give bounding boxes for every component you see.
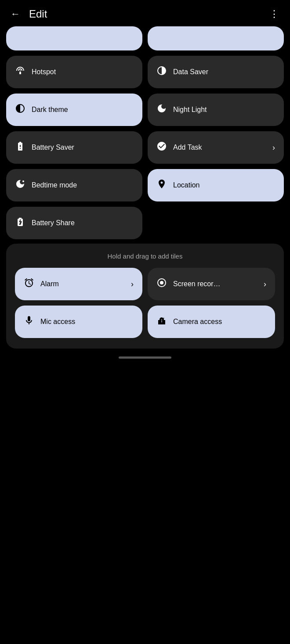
svg-point-3 [160, 281, 163, 284]
camera-access-label: Camera access [173, 318, 266, 326]
row-darktheme-nightlight: Dark theme Night Light [6, 94, 284, 126]
svg-point-1 [22, 180, 24, 182]
data-saver-label: Data Saver [173, 68, 275, 76]
home-indicator [119, 356, 171, 359]
tile-dark-theme[interactable]: Dark theme [6, 94, 142, 126]
alarm-icon [24, 277, 34, 291]
bedtime-mode-icon [15, 179, 25, 192]
tile-location[interactable]: Location [148, 169, 284, 201]
partial-tile-right [148, 26, 284, 50]
camera-icon [156, 315, 167, 328]
screen-record-label: Screen recor… [173, 280, 257, 288]
add-tiles-section: Hold and drag to add tiles Alarm › Scree… [6, 244, 284, 349]
location-label: Location [173, 181, 275, 189]
section-hint: Hold and drag to add tiles [15, 252, 275, 260]
add-task-arrow: › [272, 143, 275, 152]
tile-night-light[interactable]: Night Light [148, 94, 284, 126]
dark-theme-icon [15, 103, 25, 116]
mic-access-label: Mic access [40, 318, 134, 326]
battery-share-icon [15, 216, 25, 230]
data-saver-icon [156, 65, 167, 79]
empty-space [148, 207, 284, 239]
screen-record-icon [156, 277, 167, 291]
bottom-bar [0, 349, 290, 367]
page-title: Edit [29, 8, 47, 20]
tile-battery-saver[interactable]: Battery Saver [6, 131, 142, 164]
alarm-label: Alarm [40, 280, 125, 288]
row-batterysaver-addtask: Battery Saver Add Task › [6, 131, 284, 164]
tile-bedtime-mode[interactable]: Bedtime mode [6, 169, 142, 201]
hotspot-icon [15, 65, 25, 79]
section-row1: Alarm › Screen recor… › [15, 268, 275, 300]
bedtime-mode-label: Bedtime mode [32, 181, 134, 189]
tile-camera-access[interactable]: Camera access [148, 306, 275, 338]
partial-tile-left [6, 26, 142, 50]
battery-share-label: Battery Share [32, 219, 134, 227]
screen-record-arrow: › [264, 280, 266, 289]
tile-data-saver[interactable]: Data Saver [148, 56, 284, 88]
tile-mic-access[interactable]: Mic access [15, 306, 142, 338]
battery-saver-icon [15, 141, 25, 154]
section-row2: Mic access Camera access [15, 306, 275, 338]
night-light-label: Night Light [173, 106, 275, 114]
tile-alarm[interactable]: Alarm › [15, 268, 142, 300]
add-task-icon [156, 141, 167, 154]
tile-add-task[interactable]: Add Task › [148, 131, 284, 164]
hotspot-label: Hotspot [32, 68, 134, 76]
more-button[interactable]: ⋮ [269, 8, 279, 20]
location-icon [156, 179, 167, 192]
partial-tiles-row [6, 26, 284, 50]
mic-icon [24, 315, 34, 328]
back-button[interactable]: ← [11, 8, 20, 20]
dark-theme-label: Dark theme [32, 106, 134, 114]
header: ← Edit ⋮ [0, 0, 290, 26]
header-left: ← Edit [11, 8, 47, 20]
night-light-icon [156, 103, 167, 116]
row-hotspot-datasaver: Hotspot Data Saver [6, 56, 284, 88]
row-bedtime-location: Bedtime mode Location [6, 169, 284, 201]
alarm-arrow: › [131, 280, 134, 289]
tile-hotspot[interactable]: Hotspot [6, 56, 142, 88]
battery-saver-label: Battery Saver [32, 144, 134, 151]
row-batteryshare: Battery Share [6, 207, 284, 239]
tile-battery-share[interactable]: Battery Share [6, 207, 142, 239]
tile-screen-record[interactable]: Screen recor… › [148, 268, 275, 300]
add-task-label: Add Task [173, 144, 266, 151]
